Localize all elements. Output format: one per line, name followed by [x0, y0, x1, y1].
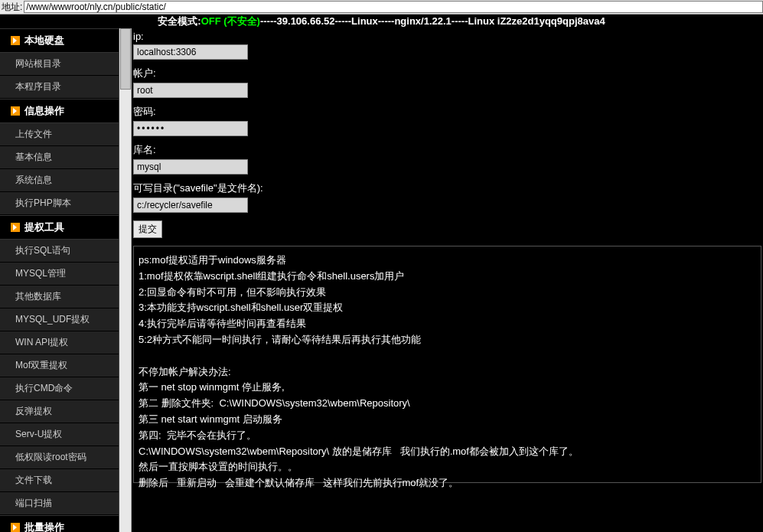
dir-input[interactable] — [133, 197, 248, 213]
info-line: 2:回显命令有时不可用，但不影响执行效果 — [139, 285, 756, 301]
status-prefix: 安全模式: — [158, 15, 201, 27]
sidebar-section-2[interactable]: 提权工具 — [0, 215, 119, 240]
sidebar-item-2-6[interactable]: 执行CMD命令 — [0, 377, 119, 400]
sidebar-section-title: 提权工具 — [24, 220, 64, 234]
info-line: 不停加帐户解决办法: — [139, 364, 756, 380]
address-bar: 地址: — [0, 0, 763, 15]
content-scrollbar-thumb[interactable] — [120, 28, 131, 90]
status-rest: -----39.106.66.52-----Linux-----nginx/1.… — [260, 15, 605, 27]
sidebar-section-1[interactable]: 信息操作 — [0, 99, 119, 123]
sidebar-item-1-2[interactable]: 系统信息 — [0, 169, 119, 192]
info-line: 3:本功能支持wscript.shell和shell.user双重提权 — [139, 300, 756, 316]
info-line: 第二 删除文件夹: C:\WINDOWS\system32\wbem\Repos… — [139, 396, 756, 412]
sidebar-section-3[interactable]: 批量操作 — [0, 515, 119, 532]
sidebar-item-2-9[interactable]: 低权限读root密码 — [0, 446, 119, 469]
sidebar-item-0-1[interactable]: 本程序目录 — [0, 76, 119, 99]
address-input[interactable] — [24, 1, 763, 13]
sidebar-section-0[interactable]: 本地硬盘 — [0, 28, 119, 53]
info-line: 第三 net start winmgmt 启动服务 — [139, 412, 756, 428]
sidebar-item-2-8[interactable]: Serv-U提权 — [0, 423, 119, 446]
content-scrollbar[interactable] — [119, 28, 132, 532]
sidebar: 本地硬盘网站根目录本程序目录信息操作上传文件基本信息系统信息执行PHP脚本提权工… — [0, 28, 119, 532]
arrow-icon — [11, 106, 20, 116]
content: ip: 帐户: 密码: 库名: 可写目录("savefile"是文件名): 提交… — [132, 28, 763, 532]
info-line: ps:mof提权适用于windows服务器 — [139, 253, 756, 269]
user-input[interactable] — [133, 83, 248, 98]
sidebar-item-1-0[interactable]: 上传文件 — [0, 123, 119, 146]
address-label: 地址: — [0, 1, 24, 14]
sidebar-item-2-4[interactable]: WIN API提权 — [0, 331, 119, 354]
sidebar-item-1-1[interactable]: 基本信息 — [0, 146, 119, 169]
info-line: 第四: 完毕不会在执行了。 — [139, 428, 756, 444]
user-label: 帐户: — [132, 64, 763, 83]
sidebar-section-title: 批量操作 — [24, 521, 64, 532]
sidebar-section-title: 信息操作 — [24, 104, 64, 118]
sidebar-item-2-0[interactable]: 执行SQL语句 — [0, 240, 119, 263]
info-line: 4:执行完毕后请等待些时间再查看结果 — [139, 316, 756, 332]
content-wrap: ip: 帐户: 密码: 库名: 可写目录("savefile"是文件名): 提交… — [119, 28, 763, 532]
info-line: 删除后 重新启动 会重建个默认储存库 这样我们先前执行mof就没了。 — [139, 475, 756, 491]
sidebar-item-2-3[interactable]: MYSQL_UDF提权 — [0, 308, 119, 331]
ip-label: ip: — [132, 28, 763, 44]
db-input[interactable] — [133, 159, 248, 175]
info-line: 1:mof提权依靠wscript.shell组建执行命令和shell.users… — [139, 269, 756, 285]
password-input[interactable] — [133, 121, 248, 136]
sidebar-item-2-10[interactable]: 文件下载 — [0, 469, 119, 492]
sidebar-item-0-0[interactable]: 网站根目录 — [0, 53, 119, 76]
arrow-icon — [11, 523, 20, 532]
info-line: 然后一直按脚本设置的时间执行。。 — [139, 459, 756, 475]
ip-input[interactable] — [133, 44, 248, 60]
status-bar: 安全模式:OFF (不安全)-----39.106.66.52-----Linu… — [0, 15, 763, 28]
sidebar-item-2-2[interactable]: 其他数据库 — [0, 286, 119, 308]
info-line: C:\WINDOWS\system32\wbem\Repository\ 放的是… — [139, 444, 756, 460]
arrow-icon — [11, 36, 20, 45]
sidebar-section-title: 本地硬盘 — [24, 34, 64, 47]
db-label: 库名: — [132, 141, 763, 159]
dir-label: 可写目录("savefile"是文件名): — [132, 179, 763, 197]
info-line — [139, 348, 756, 364]
password-label: 密码: — [132, 103, 763, 121]
info-line: 5:2种方式不能同一时间执行，请耐心等待结果后再执行其他功能 — [139, 332, 756, 348]
arrow-icon — [11, 223, 20, 232]
sidebar-item-2-11[interactable]: 端口扫描 — [0, 492, 119, 515]
sidebar-item-1-3[interactable]: 执行PHP脚本 — [0, 192, 119, 215]
submit-button[interactable]: 提交 — [133, 220, 162, 238]
sidebar-item-2-5[interactable]: Mof双重提权 — [0, 354, 119, 377]
sidebar-item-2-1[interactable]: MYSQL管理 — [0, 263, 119, 286]
info-line: 第一 net stop winmgmt 停止服务, — [139, 380, 756, 396]
status-off: OFF (不安全) — [201, 15, 260, 27]
sidebar-item-2-7[interactable]: 反弹提权 — [0, 400, 119, 423]
info-panel: ps:mof提权适用于windows服务器1:mof提权依靠wscript.sh… — [133, 246, 761, 483]
